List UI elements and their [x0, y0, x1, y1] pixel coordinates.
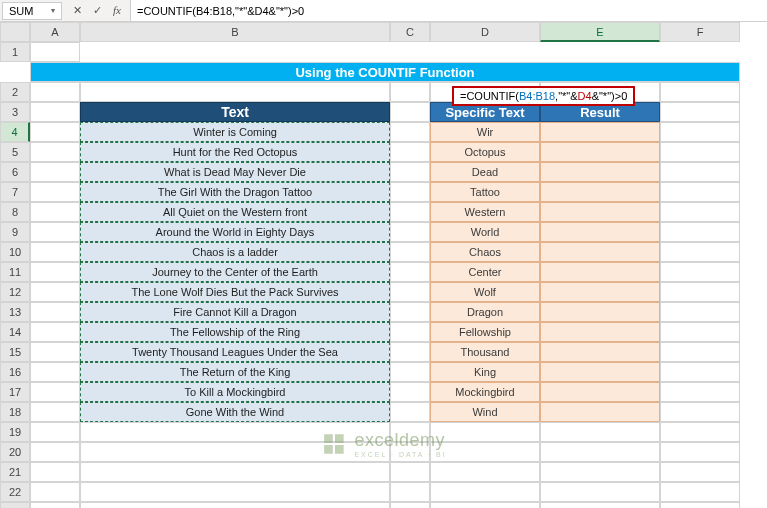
cell-A10[interactable]: [30, 242, 80, 262]
text-cell[interactable]: Journey to the Center of the Earth: [80, 262, 390, 282]
cell-A13[interactable]: [30, 302, 80, 322]
specific-cell[interactable]: Wolf: [430, 282, 540, 302]
col-head-E[interactable]: E: [540, 22, 660, 42]
cell-A20[interactable]: [30, 442, 80, 462]
name-box[interactable]: SUM ▾: [2, 2, 62, 20]
specific-cell[interactable]: World: [430, 222, 540, 242]
cell-C9[interactable]: [390, 222, 430, 242]
col-head-F[interactable]: F: [660, 22, 740, 42]
result-cell[interactable]: [540, 202, 660, 222]
cell-F22[interactable]: [660, 482, 740, 502]
result-cell[interactable]: [540, 282, 660, 302]
row-head-17[interactable]: 17: [0, 382, 30, 402]
cell-A1[interactable]: [30, 42, 80, 62]
cell-A15[interactable]: [30, 342, 80, 362]
cell-C22[interactable]: [390, 482, 430, 502]
chevron-down-icon[interactable]: ▾: [51, 6, 55, 15]
cell-F21[interactable]: [660, 462, 740, 482]
fx-icon[interactable]: fx: [108, 4, 126, 17]
cell-C7[interactable]: [390, 182, 430, 202]
col-head-D[interactable]: D: [430, 22, 540, 42]
enter-icon[interactable]: ✓: [88, 4, 106, 17]
cell-C6[interactable]: [390, 162, 430, 182]
row-head-20[interactable]: 20: [0, 442, 30, 462]
row-head-6[interactable]: 6: [0, 162, 30, 182]
cell-C4[interactable]: [390, 122, 430, 142]
specific-cell[interactable]: Wir: [430, 122, 540, 142]
cell-A6[interactable]: [30, 162, 80, 182]
result-cell[interactable]: [540, 302, 660, 322]
row-head-18[interactable]: 18: [0, 402, 30, 422]
row-head-21[interactable]: 21: [0, 462, 30, 482]
result-cell[interactable]: [540, 182, 660, 202]
cell-A7[interactable]: [30, 182, 80, 202]
cell-F8[interactable]: [660, 202, 740, 222]
row-head-19[interactable]: 19: [0, 422, 30, 442]
cell-E20[interactable]: [540, 442, 660, 462]
cell-C23[interactable]: [390, 502, 430, 508]
cell-F13[interactable]: [660, 302, 740, 322]
text-cell[interactable]: Winter is Coming: [80, 122, 390, 142]
text-cell[interactable]: Gone With the Wind: [80, 402, 390, 422]
specific-cell[interactable]: Octopus: [430, 142, 540, 162]
cell-D23[interactable]: [430, 502, 540, 508]
row-head-7[interactable]: 7: [0, 182, 30, 202]
cell-F11[interactable]: [660, 262, 740, 282]
row-head-9[interactable]: 9: [0, 222, 30, 242]
cell-A16[interactable]: [30, 362, 80, 382]
cell-E21[interactable]: [540, 462, 660, 482]
cell-D21[interactable]: [430, 462, 540, 482]
text-cell[interactable]: Around the World in Eighty Days: [80, 222, 390, 242]
cell-A2[interactable]: [30, 82, 80, 102]
cell-F4[interactable]: [660, 122, 740, 142]
text-cell[interactable]: Twenty Thousand Leagues Under the Sea: [80, 342, 390, 362]
cell-F10[interactable]: [660, 242, 740, 262]
cell-F14[interactable]: [660, 322, 740, 342]
cell-F15[interactable]: [660, 342, 740, 362]
cell-F18[interactable]: [660, 402, 740, 422]
cell-C16[interactable]: [390, 362, 430, 382]
specific-cell[interactable]: Mockingbird: [430, 382, 540, 402]
cell-F20[interactable]: [660, 442, 740, 462]
cell-C14[interactable]: [390, 322, 430, 342]
cell-A17[interactable]: [30, 382, 80, 402]
cell-A9[interactable]: [30, 222, 80, 242]
cell-A4[interactable]: [30, 122, 80, 142]
col-head-A[interactable]: A: [30, 22, 80, 42]
result-cell[interactable]: [540, 162, 660, 182]
col-head-C[interactable]: C: [390, 22, 430, 42]
cell-C5[interactable]: [390, 142, 430, 162]
specific-cell[interactable]: Dragon: [430, 302, 540, 322]
text-cell[interactable]: To Kill a Mockingbird: [80, 382, 390, 402]
cell-C8[interactable]: [390, 202, 430, 222]
text-cell[interactable]: What is Dead May Never Die: [80, 162, 390, 182]
formula-input[interactable]: =COUNTIF(B4:B18,"*"&D4&"*")>0: [130, 0, 767, 21]
cell-A19[interactable]: [30, 422, 80, 442]
text-cell[interactable]: Hunt for the Red Octopus: [80, 142, 390, 162]
row-head-10[interactable]: 10: [0, 242, 30, 262]
specific-cell[interactable]: Chaos: [430, 242, 540, 262]
cell-F2[interactable]: [660, 82, 740, 102]
cell-A21[interactable]: [30, 462, 80, 482]
result-cell[interactable]: [540, 362, 660, 382]
cell-F3[interactable]: [660, 102, 740, 122]
cell-B21[interactable]: [80, 462, 390, 482]
row-head-3[interactable]: 3: [0, 102, 30, 122]
row-head-2[interactable]: 2: [0, 82, 30, 102]
specific-cell[interactable]: Thousand: [430, 342, 540, 362]
cell-F9[interactable]: [660, 222, 740, 242]
cell-A5[interactable]: [30, 142, 80, 162]
cell-B2[interactable]: [80, 82, 390, 102]
cell-E22[interactable]: [540, 482, 660, 502]
row-head-4[interactable]: 4: [0, 122, 30, 142]
text-cell[interactable]: All Quiet on the Western front: [80, 202, 390, 222]
cell-C2[interactable]: [390, 82, 430, 102]
row-head-23[interactable]: 23: [0, 502, 30, 508]
cell-B23[interactable]: [80, 502, 390, 508]
result-cell[interactable]: [540, 142, 660, 162]
result-cell[interactable]: [540, 242, 660, 262]
specific-cell[interactable]: Western: [430, 202, 540, 222]
cell-F23[interactable]: [660, 502, 740, 508]
cell-C12[interactable]: [390, 282, 430, 302]
text-cell[interactable]: The Girl With the Dragon Tattoo: [80, 182, 390, 202]
